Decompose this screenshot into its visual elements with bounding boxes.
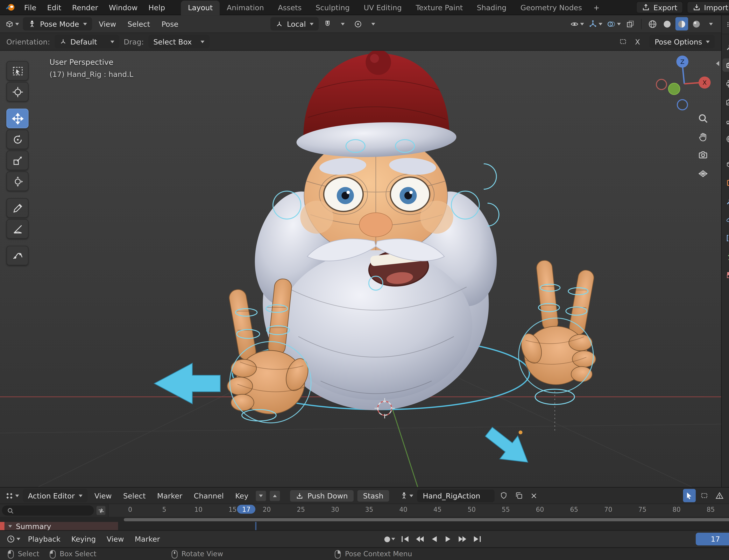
axis-neg-z-ball[interactable]	[677, 100, 688, 110]
summary-channel[interactable]: Summary	[0, 522, 118, 531]
frame-ruler[interactable]: 0510152025303540455055606570758085909510…	[108, 504, 729, 517]
editor-type-button[interactable]	[5, 532, 22, 546]
show-errors-toggle[interactable]	[713, 489, 726, 502]
tab-texture-paint[interactable]: Texture Paint	[409, 0, 470, 15]
show-overlays-button[interactable]	[606, 17, 622, 30]
auto-keying-toggle[interactable]	[383, 532, 396, 546]
menu-keying[interactable]: Keying	[67, 532, 100, 546]
pose-options-dropdown[interactable]: Pose Options	[650, 35, 715, 48]
pan-hand-icon[interactable]	[698, 131, 708, 142]
tool-rotate[interactable]	[6, 129, 29, 149]
tab-data[interactable]	[722, 250, 729, 263]
drag-mode-select[interactable]: Select Box	[148, 35, 209, 48]
unlink-action-button[interactable]: ×	[527, 489, 540, 502]
jump-to-end-button[interactable]	[471, 532, 484, 546]
menu-window[interactable]: Window	[104, 1, 143, 14]
snap-options-button[interactable]	[337, 17, 349, 30]
channel-search-input[interactable]	[2, 505, 94, 516]
fake-user-button[interactable]	[497, 489, 510, 502]
only-show-selected-toggle[interactable]	[683, 489, 696, 502]
mirror-options-button[interactable]	[617, 35, 629, 48]
move-channels-up-button[interactable]	[270, 490, 281, 501]
tab-world[interactable]	[722, 132, 729, 145]
show-gizmo-button[interactable]	[587, 17, 604, 30]
menu-marker[interactable]: Marker	[130, 532, 165, 546]
shading-rendered-button[interactable]	[690, 17, 703, 30]
dopesheet-hscrollbar[interactable]	[0, 517, 729, 522]
dopesheet-mode-select[interactable]: Action Editor	[23, 489, 88, 502]
transform-orientation-select[interactable]: Local	[271, 17, 319, 30]
menu-view[interactable]: View	[90, 489, 116, 503]
stash-button[interactable]: Stash	[357, 489, 390, 502]
menu-pose[interactable]: Pose	[157, 17, 183, 31]
scrollbar-thumb[interactable]	[124, 518, 729, 521]
tool-pose-breakdowner[interactable]	[6, 246, 29, 265]
shading-options-button[interactable]	[705, 17, 717, 30]
menu-file[interactable]: File	[19, 1, 41, 14]
summary-keyframe-area[interactable]	[118, 522, 729, 531]
nav-gizmo[interactable]: Z X	[656, 56, 711, 110]
object-visibility-button[interactable]	[569, 17, 585, 30]
mode-selector[interactable]: Pose Mode	[23, 17, 92, 30]
tab-physics[interactable]	[722, 213, 729, 226]
tab-constraints[interactable]	[722, 231, 729, 244]
shading-material-button[interactable]	[675, 17, 688, 30]
current-frame-field[interactable]: 17	[696, 533, 729, 545]
tab-scene[interactable]	[722, 114, 729, 127]
sidebar-toggle-arrow[interactable]	[716, 61, 719, 66]
jump-to-start-button[interactable]	[398, 532, 411, 546]
menu-key[interactable]: Key	[231, 489, 253, 503]
viewport-canvas[interactable]: Z X	[0, 51, 721, 487]
tab-output[interactable]	[722, 77, 729, 90]
menu-playback[interactable]: Playback	[23, 532, 65, 546]
tab-collection[interactable]	[722, 157, 729, 171]
tab-texture[interactable]	[722, 268, 729, 281]
snap-toggle[interactable]	[321, 17, 334, 30]
tool-select-box[interactable]	[6, 61, 29, 81]
import-button[interactable]: Import	[687, 1, 729, 13]
tab-assets[interactable]: Assets	[271, 0, 309, 15]
play-button[interactable]	[442, 532, 455, 546]
tool-measure[interactable]	[6, 219, 29, 239]
xray-toggle[interactable]	[624, 17, 637, 30]
show-hidden-toggle[interactable]	[698, 489, 711, 502]
mirror-x-toggle[interactable]: X	[631, 35, 644, 48]
blender-logo-icon[interactable]	[5, 2, 16, 13]
tab-uv-editing[interactable]: UV Editing	[357, 0, 409, 15]
menu-render[interactable]: Render	[67, 1, 103, 14]
proportional-falloff-button[interactable]	[367, 17, 379, 30]
tool-cursor[interactable]	[6, 82, 29, 102]
current-frame-indicator[interactable]: 17	[237, 505, 256, 514]
move-channels-down-button[interactable]	[256, 490, 267, 501]
push-down-button[interactable]: Push Down	[290, 489, 354, 502]
shading-solid-button[interactable]	[661, 17, 673, 30]
tool-move[interactable]	[6, 109, 29, 128]
tab-layout[interactable]: Layout	[181, 0, 220, 15]
menu-view[interactable]: View	[94, 17, 121, 31]
browse-action-button[interactable]	[398, 489, 414, 502]
axis-neg-x-ball[interactable]	[656, 79, 667, 90]
zoom-icon[interactable]	[698, 113, 708, 124]
viewport-3d[interactable]: Z X User Perspective (17) Hand_Rig : han…	[0, 51, 721, 487]
tool-transform[interactable]	[6, 171, 29, 191]
camera-view-icon[interactable]	[698, 150, 708, 161]
menu-select[interactable]: Select	[123, 17, 154, 31]
menu-view[interactable]: View	[102, 532, 129, 546]
menu-select[interactable]: Select	[119, 489, 150, 503]
tab-tool[interactable]	[722, 40, 729, 53]
tool-orientation-select[interactable]: Default	[55, 35, 119, 48]
tab-view-layer[interactable]	[722, 95, 729, 109]
next-keyframe-button[interactable]	[457, 532, 469, 546]
play-reverse-button[interactable]	[427, 532, 440, 546]
action-name-field[interactable]: Hand_RigAction	[417, 489, 494, 502]
tool-scale[interactable]	[6, 151, 29, 170]
new-action-button[interactable]	[512, 489, 525, 502]
export-button[interactable]: Export	[636, 1, 683, 13]
menu-marker[interactable]: Marker	[153, 489, 187, 503]
axis-y-ball[interactable]	[668, 83, 680, 95]
menu-edit[interactable]: Edit	[42, 1, 66, 14]
tab-render[interactable]	[722, 58, 729, 72]
editor-type-button[interactable]	[725, 18, 729, 31]
tab-geometry-nodes[interactable]: Geometry Nodes	[513, 0, 589, 15]
shading-wireframe-button[interactable]	[646, 17, 659, 30]
